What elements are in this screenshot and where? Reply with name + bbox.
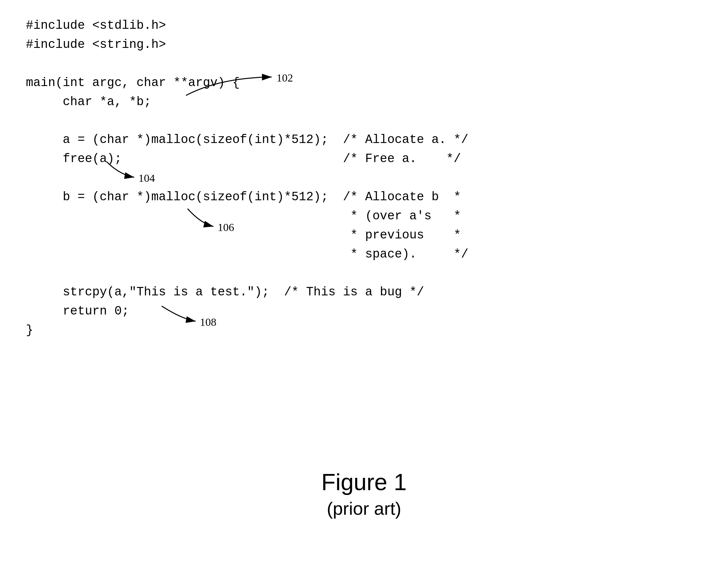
code-line-2: #include <string.h> (26, 35, 468, 54)
code-line-7: a = (char *)malloc(sizeof(int)*512); /* … (26, 130, 468, 149)
figure-caption: Figure 1 (prior art) (0, 469, 728, 519)
code-line-4: main(int argc, char **argv) { (26, 73, 468, 92)
figure-title: Figure 1 (0, 469, 728, 495)
code-line-17: } (26, 321, 468, 340)
code-line-6 (26, 111, 468, 130)
code-line-12: * previous * (26, 226, 468, 245)
code-line-14 (26, 264, 468, 283)
code-line-15: strcpy(a,"This is a test."); /* This is … (26, 283, 468, 302)
code-line-9 (26, 168, 468, 188)
code-line-11: * (over a's * (26, 207, 468, 226)
code-block: #include <stdlib.h> #include <string.h> … (26, 16, 468, 340)
main-container: #include <stdlib.h> #include <string.h> … (0, 0, 728, 561)
code-line-5: char *a, *b; (26, 92, 468, 112)
figure-subtitle: (prior art) (0, 498, 728, 519)
code-line-16: return 0; (26, 302, 468, 321)
code-line-13: * space). */ (26, 245, 468, 264)
code-line-8: free(a); /* Free a. */ (26, 149, 468, 168)
code-line-1: #include <stdlib.h> (26, 16, 468, 35)
code-line-3 (26, 54, 468, 73)
code-line-10: b = (char *)malloc(sizeof(int)*512); /* … (26, 188, 468, 207)
